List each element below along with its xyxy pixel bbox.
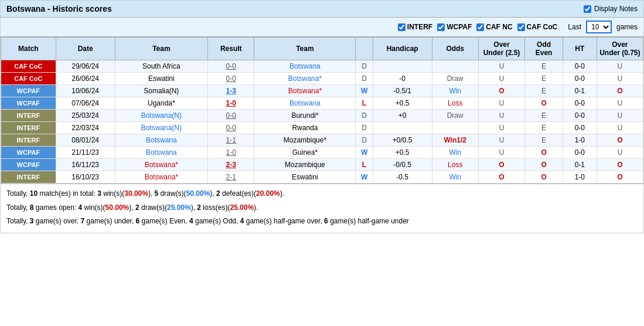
cell-ou25: U	[478, 122, 524, 134]
filter-wcpaf: WCPAF	[437, 23, 472, 31]
filter-caf-nc-checkbox[interactable]	[476, 23, 484, 31]
cell-outcome: D	[356, 110, 373, 122]
cell-team1[interactable]: Botswana	[115, 134, 208, 147]
cell-team1: Uganda*	[115, 97, 208, 110]
cell-handicap: +0.5	[373, 97, 432, 110]
cell-oe: O	[525, 171, 563, 184]
cell-result[interactable]: 1-0	[208, 97, 254, 110]
cell-ou075: U	[597, 122, 643, 134]
team2-link[interactable]: Botswana	[289, 62, 321, 70]
summary-open-draws: 2	[135, 203, 139, 212]
cell-ou25: U	[478, 73, 524, 85]
summary-open-games: 8	[30, 203, 34, 212]
cell-team2[interactable]: Botswana*	[254, 85, 356, 97]
cell-team1[interactable]: Botswana*	[115, 171, 208, 184]
filter-caf-nc-label: CAF NC	[486, 23, 512, 31]
cell-team2: Eswatini	[254, 171, 356, 184]
summary-odd: 4	[189, 217, 193, 225]
summary-even: 6	[136, 217, 140, 225]
summary-draws: 5	[155, 189, 159, 198]
cell-result[interactable]: 0-0	[208, 60, 254, 73]
summary-defeats: 2	[216, 189, 220, 198]
team2-link[interactable]: Botswana*	[288, 87, 322, 95]
cell-team2: Rwanda	[254, 122, 356, 134]
filter-wcpaf-checkbox[interactable]	[437, 23, 445, 31]
cell-ou075: U	[597, 73, 643, 85]
result-link[interactable]: 2-3	[226, 161, 236, 169]
cell-result[interactable]: 2-3	[208, 159, 254, 171]
cell-oe: O	[525, 147, 563, 159]
cell-result[interactable]: 2-1	[208, 171, 254, 184]
cell-result[interactable]: 0-0	[208, 73, 254, 85]
cell-match-type: INTERF	[1, 110, 56, 122]
cell-team1[interactable]: Botswana(N)	[115, 122, 208, 134]
cell-team2: Mozambique*	[254, 134, 356, 147]
cell-team1[interactable]: Botswana	[115, 147, 208, 159]
cell-outcome: D	[356, 73, 373, 85]
filter-interf-checkbox[interactable]	[398, 23, 406, 31]
team2-link[interactable]: Botswana	[289, 99, 321, 107]
cell-ou075: O	[597, 85, 643, 97]
last-label: Last	[568, 23, 581, 31]
cell-handicap: +0	[373, 110, 432, 122]
filter-caf-nc: CAF NC	[476, 23, 512, 31]
result-link[interactable]: 0-0	[226, 62, 236, 70]
result-link[interactable]: 1-0	[226, 99, 236, 107]
cell-odds: Win	[432, 171, 478, 184]
team1-link[interactable]: Botswana	[146, 148, 177, 157]
col-ou075: Over Under (0.75)	[597, 38, 643, 60]
result-link[interactable]: 1-3	[226, 87, 236, 95]
team1-link[interactable]: Botswana	[146, 136, 177, 144]
cell-match-type: WCPAF	[1, 147, 56, 159]
cell-oe: E	[525, 85, 563, 97]
table-row: CAF CoC29/06/24South Africa0-0BotswanaDU…	[1, 60, 643, 73]
cell-outcome: D	[356, 134, 373, 147]
summary-over: 3	[30, 217, 34, 225]
cell-team2[interactable]: Botswana	[254, 60, 356, 73]
team1-link[interactable]: Botswana(N)	[141, 111, 182, 120]
summary-line-3: Totally, 3 game(s) over, 7 game(s) under…	[6, 215, 638, 228]
cell-ht: 0-0	[563, 147, 597, 159]
cell-result[interactable]: 1-1	[208, 134, 254, 147]
cell-team1: Eswatini	[115, 73, 208, 85]
team1-link[interactable]: Botswana(N)	[141, 124, 182, 132]
cell-odds	[432, 60, 478, 73]
summary-hg-over: 4	[240, 217, 244, 225]
cell-ht: 0-1	[563, 159, 597, 171]
summary-open-wins: 4	[79, 203, 83, 212]
cell-team1[interactable]: Botswana*	[115, 159, 208, 171]
cell-match-type: INTERF	[1, 122, 56, 134]
team2-link[interactable]: Botswana*	[288, 74, 322, 83]
cell-result[interactable]: 1-0	[208, 147, 254, 159]
main-container: Botswana - Historic scores Display Notes…	[0, 0, 644, 233]
cell-team2[interactable]: Botswana*	[254, 73, 356, 85]
cell-oe: O	[525, 97, 563, 110]
cell-match-type: INTERF	[1, 171, 56, 184]
cell-oe: E	[525, 73, 563, 85]
result-link[interactable]: 0-0	[226, 111, 236, 120]
display-notes-checkbox[interactable]	[584, 5, 591, 13]
table-row: WCPAF16/11/23Botswana*2-3MozambiqueL-0/0…	[1, 159, 643, 171]
team1-link[interactable]: Botswana*	[145, 173, 178, 181]
cell-result[interactable]: 0-0	[208, 110, 254, 122]
result-link[interactable]: 0-0	[226, 74, 236, 83]
result-link[interactable]: 1-1	[226, 136, 236, 144]
cell-date: 07/06/24	[56, 97, 115, 110]
cell-match-type: CAF CoC	[1, 73, 56, 85]
filter-caf-coc-checkbox[interactable]	[517, 23, 525, 31]
games-select[interactable]: 10 20 30	[586, 21, 612, 33]
cell-result[interactable]: 0-0	[208, 122, 254, 134]
cell-ht: 1-0	[563, 171, 597, 184]
team1-link[interactable]: Botswana*	[145, 161, 178, 169]
cell-date: 08/01/24	[56, 134, 115, 147]
summary-line-2: Totally, 8 games open: 4 win(s)(50.00%),…	[6, 202, 638, 215]
result-link[interactable]: 0-0	[226, 124, 236, 132]
cell-team2[interactable]: Botswana	[254, 97, 356, 110]
result-link[interactable]: 1-0	[226, 148, 236, 157]
cell-result[interactable]: 1-3	[208, 85, 254, 97]
cell-handicap: -0/0.5	[373, 159, 432, 171]
result-link[interactable]: 2-1	[226, 173, 236, 181]
cell-handicap	[373, 60, 432, 73]
matches-table: Match Date Team Result Team Handicap Odd…	[1, 37, 643, 184]
cell-team1[interactable]: Botswana(N)	[115, 110, 208, 122]
